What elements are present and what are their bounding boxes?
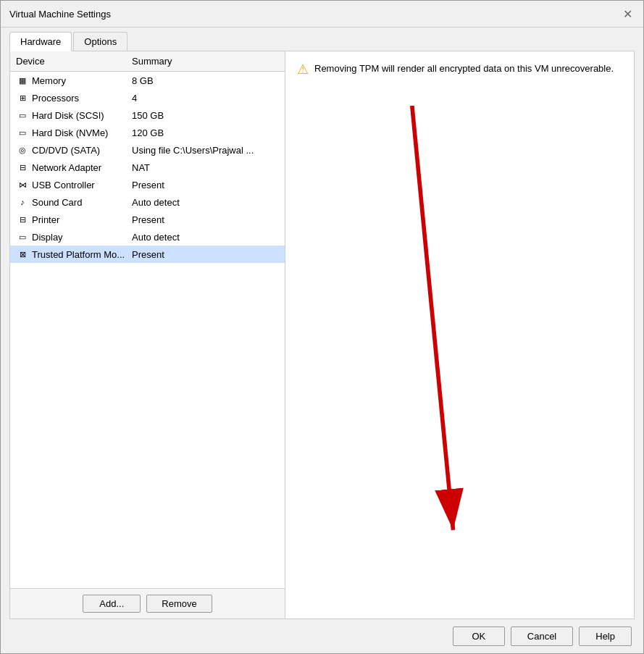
table-row[interactable]: Memory 8 GB bbox=[10, 72, 285, 89]
warning-message: ⚠ Removing TPM will render all encrypted… bbox=[297, 63, 622, 77]
sound-icon bbox=[16, 196, 29, 209]
tpm-icon bbox=[16, 248, 29, 261]
network-icon bbox=[16, 161, 29, 174]
table-row[interactable]: Hard Disk (SCSI) 150 GB bbox=[10, 106, 285, 124]
table-row[interactable]: Display Auto detect bbox=[10, 228, 285, 246]
virtual-machine-settings-window: Virtual Machine Settings ✕ Hardware Opti… bbox=[0, 0, 644, 654]
table-row[interactable]: USB Controller Present bbox=[10, 176, 285, 193]
add-remove-buttons: Add... Remove bbox=[10, 588, 285, 619]
table-header: Device Summary bbox=[10, 51, 285, 72]
bottom-bar: OK Cancel Help bbox=[1, 619, 643, 653]
table-row[interactable]: Sound Card Auto detect bbox=[10, 193, 285, 211]
window-title: Virtual Machine Settings bbox=[9, 9, 111, 20]
left-panel: Device Summary Memory 8 GB Processors 4 … bbox=[10, 51, 285, 619]
close-button[interactable]: ✕ bbox=[620, 7, 635, 21]
table-row[interactable]: Printer Present bbox=[10, 211, 285, 228]
processor-icon bbox=[16, 91, 29, 104]
tab-hardware[interactable]: Hardware bbox=[9, 32, 72, 51]
annotation-arrow bbox=[285, 51, 634, 619]
ok-button[interactable]: OK bbox=[453, 626, 505, 646]
cancel-button[interactable]: Cancel bbox=[511, 626, 573, 646]
main-content: Device Summary Memory 8 GB Processors 4 … bbox=[9, 51, 635, 619]
warning-icon: ⚠ bbox=[297, 62, 309, 77]
add-button[interactable]: Add... bbox=[83, 595, 141, 613]
harddisk-scsi-icon bbox=[16, 109, 29, 122]
title-bar: Virtual Machine Settings ✕ bbox=[1, 1, 643, 28]
device-table: Device Summary Memory 8 GB Processors 4 … bbox=[10, 51, 285, 588]
cdrom-icon bbox=[16, 143, 29, 156]
tabs-bar: Hardware Options bbox=[1, 28, 643, 51]
usb-icon bbox=[16, 178, 29, 191]
table-row-tpm[interactable]: Trusted Platform Mo... Present bbox=[10, 246, 285, 263]
tab-options[interactable]: Options bbox=[73, 32, 127, 51]
right-panel: ⚠ Removing TPM will render all encrypted… bbox=[285, 51, 634, 619]
svg-line-1 bbox=[412, 106, 453, 530]
harddisk-nvme-icon bbox=[16, 126, 29, 139]
table-row[interactable]: CD/DVD (SATA) Using file C:\Users\Prajwa… bbox=[10, 141, 285, 159]
table-row[interactable]: Processors 4 bbox=[10, 89, 285, 106]
memory-icon bbox=[16, 74, 29, 87]
printer-icon bbox=[16, 213, 29, 226]
table-row[interactable]: Hard Disk (NVMe) 120 GB bbox=[10, 124, 285, 141]
display-icon bbox=[16, 230, 29, 243]
table-row[interactable]: Network Adapter NAT bbox=[10, 159, 285, 176]
col-header-summary: Summary bbox=[132, 56, 279, 67]
help-button[interactable]: Help bbox=[579, 626, 632, 646]
warning-text: Removing TPM will render all encrypted d… bbox=[314, 63, 614, 74]
remove-button[interactable]: Remove bbox=[146, 595, 212, 613]
col-header-device: Device bbox=[16, 56, 132, 67]
